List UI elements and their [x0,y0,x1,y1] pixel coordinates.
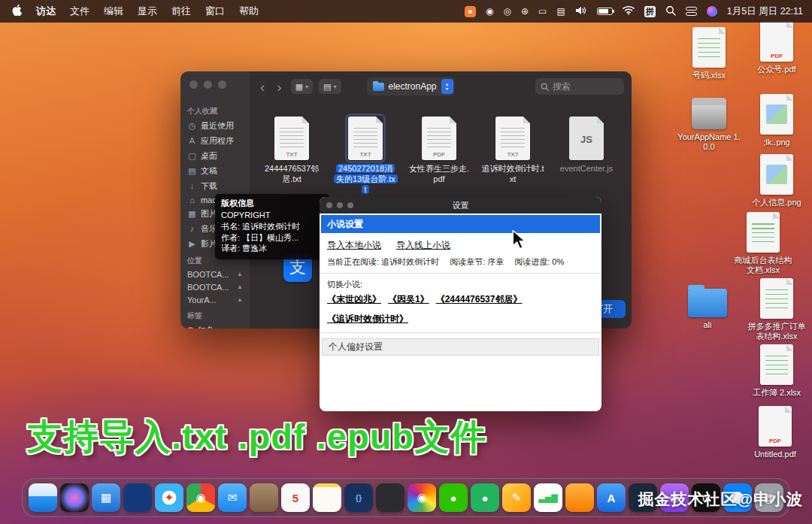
preferences-header[interactable]: 个人偏好设置 [322,338,599,356]
novel-settings-header[interactable]: 小说设置 [321,215,600,233]
dock-icon-launchpad[interactable]: ▦ [92,483,120,512]
dock-icon-calendar[interactable]: 5 [281,483,310,512]
tag-color-dot [187,327,194,329]
dock-icon-photos[interactable]: ◉ [408,483,436,512]
tooltip-line: COPYRIGHT [221,210,323,221]
menu-bar-clock[interactable]: 1月5日 周日 22:11 [727,5,803,18]
menu-item[interactable]: 帮助 [239,5,259,18]
file-type-badge: TXT [274,151,309,158]
input-method-icon[interactable]: 拼 [644,6,656,17]
dock-icon-green-chat[interactable]: ● [471,483,499,512]
menu-item[interactable]: 前往 [171,5,191,18]
menu-item[interactable]: 窗口 [205,5,225,18]
dock-icon-dark-app[interactable] [376,483,404,512]
sidebar-item[interactable]: ◷最近使用 [180,118,250,133]
view-options-button[interactable]: ▦ ▾ [291,79,313,94]
control-center-icon[interactable] [686,7,697,16]
search-placeholder: 搜索 [553,80,571,93]
file-icon: TXT [348,117,383,160]
search-field[interactable]: 搜索 [535,78,624,95]
group-view-icon: ▤ [323,82,331,92]
desktop-icon[interactable]: 个人信息.png [744,154,809,207]
dock-icon-messages-dark[interactable] [123,483,152,512]
desktop-icon[interactable]: 商城后台表结构文档.xlsx [731,212,795,275]
dock-icon-pencil-app[interactable]: ✎ [502,483,531,512]
desktop-icon[interactable]: ;lk..png [744,94,809,147]
dock-icon-dev-app[interactable]: {} [344,483,373,512]
pdf-file-icon: PDF [759,406,792,447]
file-item[interactable]: TXT2450272018消失的13级台阶.txt [334,117,397,195]
eject-icon[interactable]: ▲ [237,271,243,277]
menu-item[interactable]: 文件 [70,5,89,18]
folder-stepper[interactable]: ▴▾ [441,79,453,94]
reading-status: 当前正在阅读: 追诉时效倒计时 阅读章节: 序章 阅读进度: 0% [320,254,601,273]
documents-icon: ▤ [187,166,197,176]
shield-icon[interactable]: ◎ [504,6,511,17]
book-link[interactable]: 《2444476537邻居》 [436,293,523,306]
menu-item[interactable]: 编辑 [104,5,123,18]
search-icon[interactable] [665,5,676,18]
dock-icon-safari[interactable]: ✦ [155,483,183,512]
eject-icon[interactable]: ▲ [237,296,243,303]
back-button[interactable]: ‹ [257,80,268,94]
file-item[interactable]: PDF女性养生三步走.pdf [408,117,471,185]
menu-item[interactable]: 显示 [138,5,157,18]
dock-icon-orange-app[interactable] [565,483,594,512]
camera-icon[interactable]: ◉ [486,6,493,17]
book-link[interactable]: 《追诉时效倒计时》 [327,313,408,326]
switch-novel-label: 切换小说: [320,274,601,292]
desktop-icon[interactable]: ali [675,281,740,330]
file-item[interactable]: TXT追诉时效倒计时.txt [481,117,544,185]
forward-button[interactable]: › [274,80,284,94]
book-link[interactable]: 《因吴1》 [388,293,429,306]
desktop-icon[interactable]: 号码.xlsx [677,27,741,80]
display-icon[interactable]: ▭ [538,6,547,17]
keyboard-icon[interactable]: ▤ [556,6,565,17]
sidebar-item[interactable]: ↓下载 [180,178,250,193]
tooltip-line: 译者: 曹逸冰 [221,243,323,254]
volume-icon[interactable] [575,6,587,17]
battery-icon[interactable] [597,8,613,15]
apple-menu-icon[interactable] [12,5,22,18]
dock-icon-chart-app[interactable]: ▃▅▇ [534,483,562,512]
import-local-link[interactable]: 导入本地小说 [327,239,381,252]
dock-icon-notes[interactable] [313,483,341,512]
dock-icon-siri[interactable] [60,483,89,512]
sidebar-tag-item[interactable]: 红色 [180,323,250,329]
book-link[interactable]: 《末世凶兆》 [327,293,381,306]
file-item[interactable]: TXT2444476537邻居.txt [260,117,323,185]
calendar-glyph: 5 [292,492,298,504]
dock-icon-finder[interactable] [29,483,57,512]
dock-icon-app-store[interactable]: A [597,483,626,512]
desktop-icon[interactable]: 拼多多推广订单表结构.xlsx [744,278,809,341]
globe-icon[interactable]: ⊕ [521,6,529,17]
desktop-icon[interactable]: PDF Untitled.pdf [743,406,807,459]
sidebar-location-item[interactable]: YourA...▲ [180,293,250,306]
dock-icon-photos-album[interactable] [250,483,278,512]
close-button[interactable] [326,202,332,208]
sidebar-item[interactable]: ▢桌面 [180,148,250,163]
sidebar-item-label: BOOTCA... [187,270,229,279]
dock-icon-chrome[interactable]: ◉ [186,483,215,512]
dock-icon-wechat[interactable]: ● [439,483,468,512]
group-options-button[interactable]: ▤ ▾ [319,79,341,94]
siri-icon[interactable] [707,6,717,17]
file-item[interactable]: JSeventCenter.js [555,117,618,174]
folder-select-dropdown[interactable]: electronApp ▴▾ [367,77,455,95]
wifi-icon[interactable] [623,5,635,17]
sidebar-item[interactable]: ▤文稿 [180,163,250,178]
desktop-icon[interactable]: PDF 公众号.pdf [744,21,809,74]
zoom-button[interactable] [347,202,353,208]
menu-item[interactable]: 访达 [36,5,56,18]
import-online-link[interactable]: 导入线上小说 [396,239,450,252]
sidebar-item[interactable]: A应用程序 [180,133,250,148]
desktop-icon[interactable]: YourAppName 1.0.0 [677,92,741,152]
minimize-button[interactable] [337,202,343,208]
recording-badge-icon[interactable] [465,6,476,17]
launchpad-glyph: ▦ [101,491,111,504]
dock-icon-mail[interactable]: ✉ [218,483,247,512]
desktop-icon[interactable]: 工作簿 2.xlsx [744,344,809,398]
sidebar-location-item[interactable]: BOOTCA...▲ [180,268,250,280]
sidebar-location-item[interactable]: BOOTCA...▲ [180,280,250,293]
eject-icon[interactable]: ▲ [237,283,243,290]
